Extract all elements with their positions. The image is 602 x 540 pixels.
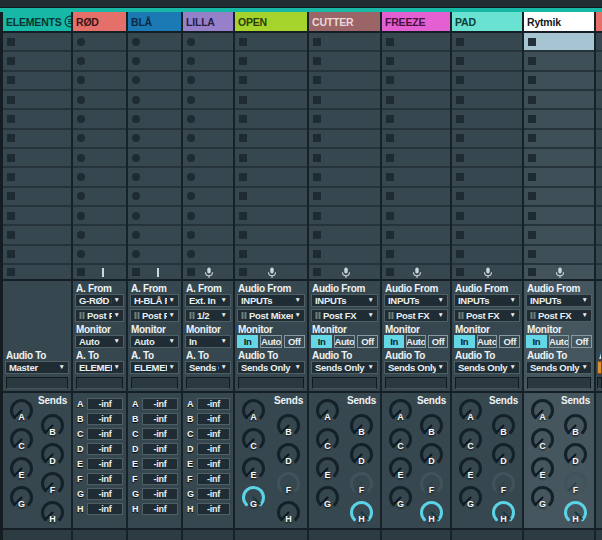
output-dropdown[interactable]: Master▼ <box>5 361 69 374</box>
clip-slot[interactable] <box>309 149 380 168</box>
track-header-rytmik[interactable]: Rytmik <box>524 12 594 33</box>
input-type-dropdown[interactable]: Ext. In▼ <box>185 294 231 307</box>
send-knob-A[interactable]: A <box>529 397 556 424</box>
send-knob-E[interactable]: E <box>240 455 267 482</box>
send-value-field[interactable]: -inf <box>87 473 123 485</box>
monitor-auto-button[interactable]: Auto <box>260 335 281 348</box>
clip-slot[interactable] <box>382 91 450 110</box>
monitor-auto-button[interactable]: Auto <box>549 335 570 348</box>
clip-slot[interactable] <box>524 72 594 91</box>
send-knob-G[interactable]: G <box>457 484 484 511</box>
send-knob-F[interactable]: F <box>418 470 445 497</box>
input-type-dropdown[interactable]: INPUTs▼ <box>526 294 592 307</box>
track-header-freeze[interactable]: FREEZE <box>382 12 450 33</box>
clip-stop-row[interactable] <box>73 265 126 281</box>
clip-slot[interactable] <box>309 207 380 226</box>
clip-slot[interactable] <box>128 52 181 71</box>
blank-field[interactable] <box>131 377 178 389</box>
send-value-field[interactable]: -inf <box>197 428 230 440</box>
monitor-in-button[interactable]: In <box>454 335 475 348</box>
clip-slot[interactable] <box>452 207 522 226</box>
clip-slot[interactable] <box>235 168 307 187</box>
clip-slot[interactable] <box>235 52 307 71</box>
clip-slot[interactable] <box>128 72 181 91</box>
clip-slot[interactable] <box>452 246 522 265</box>
send-knob-D[interactable]: D <box>348 441 375 468</box>
send-value-field[interactable]: -inf <box>197 398 230 410</box>
send-value-field[interactable]: -inf <box>87 398 123 410</box>
clip-slot[interactable] <box>382 52 450 71</box>
clip-stop-row[interactable] <box>382 265 450 281</box>
clip-slot[interactable] <box>183 33 233 52</box>
clip-slot[interactable] <box>596 246 602 265</box>
blank-field[interactable] <box>455 377 519 389</box>
clip-slot[interactable] <box>452 52 522 71</box>
clip-slot[interactable] <box>128 207 181 226</box>
clip-slot[interactable] <box>309 130 380 149</box>
clip-slot[interactable] <box>235 33 307 52</box>
clip-slot[interactable] <box>452 91 522 110</box>
send-knob-C[interactable]: C <box>314 426 341 453</box>
monitor-in-button[interactable]: In <box>311 335 332 348</box>
output-dropdown[interactable]: Sends Only▼ <box>526 361 592 374</box>
clip-slot[interactable] <box>309 33 380 52</box>
monitor-dropdown[interactable]: Auto▼ <box>130 335 179 348</box>
clip-slot[interactable] <box>3 130 71 149</box>
send-knob-F[interactable]: F <box>39 470 66 497</box>
send-knob-D[interactable]: D <box>275 441 302 468</box>
send-knob-G[interactable]: G <box>529 484 556 511</box>
send-knob-H[interactable]: H <box>490 499 517 526</box>
clip-slot[interactable] <box>309 91 380 110</box>
clip-slot[interactable] <box>596 110 602 129</box>
send-knob-A[interactable]: A <box>387 397 414 424</box>
clip-slot[interactable] <box>73 207 126 226</box>
send-value-field[interactable]: -inf <box>87 503 123 515</box>
send-value-field[interactable]: -inf <box>142 458 178 470</box>
send-knob-H[interactable]: H <box>39 499 66 526</box>
clip-slot[interactable] <box>128 149 181 168</box>
output-dropdown[interactable]: ELEMEN▼ <box>75 361 124 374</box>
clip-slot[interactable] <box>128 226 181 245</box>
input-channel-dropdown[interactable]: Post Mixer▼ <box>237 309 305 322</box>
clip-slot[interactable] <box>382 130 450 149</box>
clip-slot[interactable] <box>73 130 126 149</box>
clip-slot[interactable] <box>235 130 307 149</box>
input-channel-dropdown[interactable]: Post FX▼ <box>526 309 592 322</box>
send-value-field[interactable]: -inf <box>197 503 230 515</box>
clip-slot[interactable] <box>3 72 71 91</box>
clip-slot[interactable] <box>382 246 450 265</box>
clip-slot[interactable] <box>452 33 522 52</box>
send-knob-D[interactable]: D <box>418 441 445 468</box>
clip-slot[interactable] <box>183 226 233 245</box>
output-dropdown[interactable]: ELEMEN▼ <box>130 361 179 374</box>
send-knob-B[interactable]: B <box>562 412 589 439</box>
clip-slot[interactable] <box>3 226 71 245</box>
send-value-field[interactable]: -inf <box>142 398 178 410</box>
send-value-field[interactable]: -inf <box>197 413 230 425</box>
clip-slot[interactable] <box>3 91 71 110</box>
clip-slot[interactable] <box>382 33 450 52</box>
input-type-dropdown[interactable]: H-BLÅ R▼ <box>130 294 179 307</box>
send-knob-A[interactable]: A <box>457 397 484 424</box>
clip-slot[interactable] <box>524 188 594 207</box>
clip-slot[interactable] <box>235 110 307 129</box>
send-knob-B[interactable]: B <box>275 412 302 439</box>
clip-slot[interactable] <box>382 226 450 245</box>
monitor-auto-button[interactable]: Auto <box>406 335 426 348</box>
input-channel-dropdown[interactable]: Post F▼ <box>130 309 179 322</box>
clip-slot[interactable] <box>128 188 181 207</box>
send-knob-B[interactable]: B <box>418 412 445 439</box>
clip-slot[interactable] <box>73 226 126 245</box>
clip-slot[interactable] <box>235 91 307 110</box>
send-knob-H[interactable]: H <box>275 499 302 526</box>
track-header-blaa[interactable]: BLÅ <box>128 12 181 33</box>
clip-slot[interactable] <box>235 149 307 168</box>
clip-slot[interactable] <box>596 226 602 245</box>
track-header-open[interactable]: OPEN <box>235 12 307 33</box>
clip-slot[interactable] <box>3 52 71 71</box>
monitor-in-button[interactable]: In <box>237 335 258 348</box>
send-knob-G[interactable]: G <box>240 484 267 511</box>
send-value-field[interactable]: -inf <box>197 458 230 470</box>
clip-slot[interactable] <box>73 188 126 207</box>
clip-stop-row[interactable] <box>3 265 71 281</box>
